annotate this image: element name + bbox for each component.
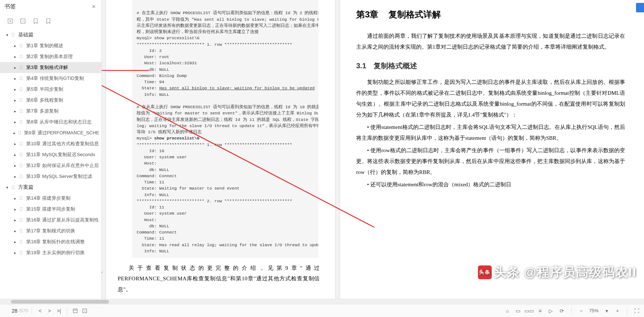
bookmark-icon <box>19 109 24 114</box>
code-line: State: <box>137 86 157 90</box>
code-comment: 程，其中 State 字段值为 "Has sent all binlog to … <box>137 17 318 22</box>
tree-label: 第15章 搭建半同步复制 <box>26 206 75 212</box>
code-line: State: Has read all relay log; waiting f… <box>137 243 318 247</box>
tree-label: 第2章 复制的基本原理 <box>26 53 73 60</box>
bookmark-icon <box>19 141 24 146</box>
bookmark-icon <box>19 228 24 233</box>
bookmark-icon <box>17 130 22 135</box>
code-line: *************************** 1. row *****… <box>137 142 292 147</box>
tree-item[interactable]: ▸第16章 通过扩展从库以提高复制性 <box>0 215 101 225</box>
page-left: # 在主库上执行 SHOW PROCESSLIST 语句可以看到类似如下的信息：… <box>106 0 335 299</box>
tree-label: 基础篇 <box>18 32 33 38</box>
bookmark-icon <box>19 43 24 48</box>
tree-item[interactable]: ▸第8章 从库中继日志和状态日志 <box>0 117 101 127</box>
code-line: State: Waiting for master to send event <box>137 186 240 191</box>
code-comment: 示主库已经发送所有的数据变更新日志，正在等待新的数据变更写入二进制日志；如果在主… <box>137 23 318 28</box>
code-line: Id: 2 <box>137 48 162 53</box>
tree-section[interactable]: ▾方案篇 <box>0 182 101 193</box>
side-tab[interactable] <box>636 3 644 12</box>
code-line: Command: Connect <box>137 230 177 235</box>
tree-item[interactable]: ▸第18章 复制拓扑的在线调整 <box>0 236 101 247</box>
tree-item[interactable]: ▸第14章 搭建异步复制 <box>0 193 101 204</box>
tree-item[interactable]: ▸第4章 传统复制与GTID复制 <box>0 73 101 84</box>
code-line: *************************** 2. row *****… <box>137 199 292 203</box>
tree-item[interactable]: ▸第7章 多源复制 <box>0 106 101 117</box>
bookmark-icon <box>19 119 24 125</box>
bookmark-icon <box>11 185 16 190</box>
bookmark-icon <box>19 65 24 70</box>
zoom-out-button[interactable]: − <box>577 306 585 315</box>
tree-item[interactable]: ▸第1章 复制的概述 <box>0 40 101 51</box>
collapse-icon[interactable] <box>19 17 27 25</box>
code-comment: 制日志，正在等待主库发送新的二进制日志；线程 Id 为 11 的就是 SQL 线… <box>137 117 318 122</box>
tree-item[interactable]: ▸第6章 多线程复制 <box>0 95 101 106</box>
tree-item[interactable]: ▸第11章 MySQL复制延迟Seconds <box>0 149 101 160</box>
next-page-button[interactable]: > <box>45 306 54 315</box>
bullet-item: • 还可以使用statement和row的混合（mixed）格式的二进制日 <box>356 179 625 190</box>
bullet-item: • 使用statement格式的二进制日志时，主库会将SQL语句文本写入二进制日… <box>356 122 625 143</box>
tree-item[interactable]: ▸第12章 如何保证从库在意外中止后 <box>0 160 101 171</box>
code-line: mysql> show processlist\G <box>137 36 200 40</box>
code-line: mysql> <box>137 136 154 141</box>
bookmark-alt-icon[interactable] <box>45 17 52 25</box>
tree-item[interactable]: ▸第19章 主从实例的例行切换 <box>0 247 101 258</box>
horizontal-scrollbar[interactable] <box>0 299 644 304</box>
bookmark-icon <box>19 98 24 103</box>
rotate-icon[interactable]: ⟳ <box>558 306 566 315</box>
layout-continuous-icon[interactable]: ≡ <box>536 306 544 315</box>
code-line: db: NULL <box>137 167 169 172</box>
tool-button[interactable] <box>80 306 89 315</box>
tree-section[interactable]: ▾基础篇 <box>0 29 101 40</box>
tool-button[interactable] <box>71 306 80 315</box>
code-line: Info: NULL <box>137 249 169 253</box>
last-page-button[interactable]: >| <box>55 306 63 315</box>
tree-label: 第4章 传统复制与GTID复制 <box>26 75 84 82</box>
bookmark-icon <box>19 250 24 255</box>
close-icon[interactable]: × <box>90 3 97 11</box>
tree-item[interactable]: ▸第2章 复制的基本原理 <box>0 51 101 62</box>
code-line: Command: Connect <box>137 174 177 178</box>
layout-single-icon[interactable]: ▭ <box>514 306 523 315</box>
tree-item[interactable]: ▸第17章 复制模式的切换 <box>0 225 101 236</box>
brightness-icon[interactable]: ☼ <box>503 306 512 315</box>
bookmark-icon <box>19 239 24 244</box>
code-line: User: system user <box>137 155 187 159</box>
tree-item[interactable]: ▸第10章 通过其他方式检查复制信息 <box>0 138 101 149</box>
tree-item[interactable]: ▸第3章 复制格式详解 <box>0 62 101 73</box>
code-line: db: NULL <box>137 67 169 72</box>
code-comment: 等待 I/O 线程写入新的中继日志 <box>137 130 202 134</box>
page-right: 第3章复制格式详解 通过前面的两章，我们了解了复制技术的使用场景及其基本原理与实… <box>340 0 644 299</box>
zoom-level: 75% <box>589 308 599 313</box>
zoom-dropdown-icon[interactable]: ▾ <box>602 306 611 315</box>
intro-paragraph: 通过前面的两章，我们了解了复制技术的使用场景及其基本原理与实现，知道复制是通过二… <box>356 31 625 52</box>
bookmark-icon <box>19 87 24 92</box>
play-icon[interactable]: ▷ <box>547 306 555 315</box>
bookmark-icon[interactable] <box>32 17 39 25</box>
code-line: show processlist\G <box>154 136 199 141</box>
scrollbar-thumb[interactable] <box>11 300 109 304</box>
tree-item[interactable]: ▸第9章 通过PERFORMANCE_SCHE <box>0 127 101 138</box>
tree-label: 第17章 复制模式的切换 <box>26 228 75 234</box>
code-comment: 程，则说明复制未进行，即当前没有任何从库与主库建立了连接 <box>137 29 259 34</box>
code-comment: log; waiting for the slave I/O thread to… <box>137 123 318 128</box>
bookmark-icon <box>19 207 24 212</box>
layout-double-icon[interactable]: ▭▭ <box>525 306 534 315</box>
prev-page-button[interactable]: < <box>36 306 44 315</box>
tree-item[interactable]: ▸第15章 搭建半同步复制 <box>0 204 101 215</box>
tree-item[interactable]: ▸第5章 半同步复制 <box>0 84 101 95</box>
fullscreen-icon[interactable]: ⛶ <box>632 306 641 315</box>
tree-label: 第9章 通过PERFORMANCE_SCHE <box>24 130 99 136</box>
zoom-in-button[interactable]: + <box>613 306 622 315</box>
code-comment: # 在主库上执行 SHOW PROCESSLIST 语句可以看到类似如下的信息：… <box>137 11 318 15</box>
tree-item[interactable]: ▸第13章 MySQL Server复制过滤 <box>0 171 101 182</box>
bookmark-icon <box>19 152 24 157</box>
expand-icon[interactable] <box>7 17 14 25</box>
bookmark-icon <box>19 218 24 223</box>
code-line: Has sent all binlog to slave; waiting fo… <box>159 86 315 90</box>
bookmark-icon <box>19 174 24 179</box>
bookmark-tree: ▾基础篇▸第1章 复制的概述▸第2章 复制的基本原理▸第3章 复制格式详解▸第4… <box>0 28 101 299</box>
tree-label: 第19章 主从实例的例行切换 <box>26 249 85 256</box>
page-number-input[interactable] <box>3 307 18 314</box>
tree-label: 第3章 复制格式详解 <box>26 64 68 71</box>
code-line: Time: 94 <box>137 80 164 84</box>
